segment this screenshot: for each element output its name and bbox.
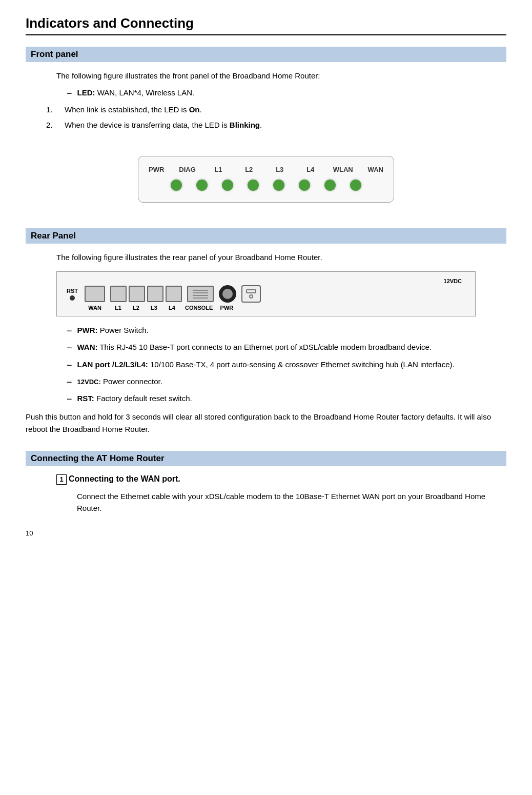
rear-label-l4: L4 <box>169 305 175 311</box>
bullet-pwr: − PWR: Power Switch. <box>67 325 506 337</box>
connecting-section: Connecting the AT Home Router 1Connectin… <box>26 451 506 514</box>
led-l3 <box>273 180 284 191</box>
front-panel-section: Front panel The following figure illustr… <box>26 47 506 213</box>
title-divider <box>26 34 506 35</box>
l4-port <box>166 286 182 302</box>
led-l1 <box>222 180 233 191</box>
item2-num: 2. <box>46 120 56 131</box>
item1-num: 1. <box>46 104 56 116</box>
item2-bold: Blinking <box>230 121 260 129</box>
rear-panel-header: Rear Panel <box>26 228 506 244</box>
rst-dash-bullet: − <box>67 393 72 406</box>
wan-port <box>85 286 105 302</box>
item2-text: When the device is transferring data, th… <box>65 120 262 131</box>
led-l4 <box>299 180 310 191</box>
front-panel-diagram: PWR DIAG L1 L2 L3 L4 WLAN WAN <box>138 156 394 203</box>
l3-port <box>147 286 163 302</box>
led-bullet-dash: − <box>67 87 72 100</box>
rear-label-l2: L2 <box>133 305 139 311</box>
rst-desc: Factory default reset switch. <box>94 394 192 403</box>
rear-panel-section: Rear Panel The following figure illustra… <box>26 228 506 435</box>
power-connector <box>241 285 261 303</box>
item1-text: When link is established, the LED is On. <box>65 104 202 116</box>
rst-text: RST: Factory default reset switch. <box>77 393 192 406</box>
lan-desc: 10/100 Base-TX, 4 port auto-sensing & cr… <box>148 360 455 369</box>
rst-label-top: RST <box>67 288 78 294</box>
pwr-button <box>219 285 236 303</box>
label-wan: WAN <box>367 166 384 173</box>
item1-post: . <box>199 105 201 114</box>
label-wlan: WLAN <box>333 166 353 173</box>
led-label-bold: LED: <box>77 88 95 97</box>
pwr-desc: Power Switch. <box>98 326 149 334</box>
led-label-text: WAN, LAN*4, Wireless LAN. <box>95 88 195 97</box>
step1-text: Connect the Ethernet cable with your xDS… <box>77 491 506 514</box>
lan-dash: − <box>67 359 72 372</box>
label-l1: L1 <box>210 166 227 173</box>
front-panel-intro: The following figure illustrates the fro… <box>56 70 506 82</box>
rst-dot <box>70 295 75 301</box>
item1-bold: On <box>189 105 200 114</box>
step1-number: 1 <box>56 474 67 485</box>
l1-port <box>110 286 127 302</box>
page-title: Indicators and Connecting <box>26 15 506 31</box>
rear-label-l3: L3 <box>151 305 157 311</box>
led-bullet: − LED: WAN, LAN*4, Wireless LAN. <box>67 87 506 100</box>
bullet-lan: − LAN port /L2/L3/L4: 10/100 Base-TX, 4 … <box>67 359 506 372</box>
rear-label-wan: WAN <box>85 305 105 311</box>
led-row <box>171 180 361 191</box>
front-panel-header: Front panel <box>26 47 506 62</box>
rear-label-pwr: PWR <box>218 305 235 311</box>
wan-text: WAN: This RJ-45 10 Base-T port connects … <box>77 342 432 354</box>
lan-ports <box>110 286 182 302</box>
page-number: 10 <box>26 529 506 537</box>
rear-label-console: CONSOLE <box>185 305 213 311</box>
label-diag: DIAG <box>179 166 196 173</box>
l2-port <box>129 286 145 302</box>
led-item-2: 2. When the device is transferring data,… <box>46 120 506 131</box>
bullet-12vdc: − 12VDC: Power connector. <box>67 376 506 389</box>
rst-bold: RST: <box>77 394 94 403</box>
lan-text: LAN port /L2/L3/L4: 10/100 Base-TX, 4 po… <box>77 359 455 372</box>
step1-heading-text: Connecting to the WAN port. <box>69 474 180 483</box>
vdc-desc: Power connector. <box>101 377 162 386</box>
item2-post: . <box>260 121 262 129</box>
wan-desc: This RJ-45 10 Base-T port connects to an… <box>98 343 432 351</box>
led-bullet-text: LED: WAN, LAN*4, Wireless LAN. <box>77 87 195 100</box>
vdc-bold: 12VDC: <box>77 378 101 386</box>
vdc-dash: − <box>67 376 72 389</box>
pwr-text: PWR: Power Switch. <box>77 325 149 337</box>
led-wan <box>350 180 361 191</box>
rear-panel-main-row: RST <box>65 285 467 303</box>
rear-label-l1: L1 <box>115 305 121 311</box>
step1-heading: 1Connecting to the WAN port. <box>56 474 506 485</box>
led-item-1: 1. When link is established, the LED is … <box>46 104 506 116</box>
bullet-wan: − WAN: This RJ-45 10 Base-T port connect… <box>67 342 506 354</box>
rst-note: Push this button and hold for 3 seconds … <box>26 411 506 435</box>
rear-bottom-labels: WAN L1 L2 L3 L4 CONSOLE PWR <box>65 305 467 311</box>
label-l3: L3 <box>272 166 288 173</box>
vdc-text: 12VDC: Power connector. <box>77 376 162 389</box>
label-l4: L4 <box>302 166 319 173</box>
bullet-rst: − RST: Factory default reset switch. <box>67 393 506 406</box>
connecting-header: Connecting the AT Home Router <box>26 451 506 466</box>
led-diag <box>196 180 208 191</box>
led-pwr <box>171 180 182 191</box>
rear-label-ports: L1 L2 L3 L4 <box>110 305 180 311</box>
led-l2 <box>248 180 259 191</box>
wan-dash: − <box>67 342 72 354</box>
panel-label-row: PWR DIAG L1 L2 L3 L4 WLAN WAN <box>148 166 384 173</box>
label-pwr: PWR <box>148 166 165 173</box>
led-wlan <box>324 180 336 191</box>
pwr-dash: − <box>67 325 72 337</box>
wan-bold: WAN: <box>77 343 98 351</box>
rear-panel-diagram: 12VDC RST <box>56 271 476 316</box>
item1-pre: When link is established, the LED is <box>65 105 189 114</box>
pwr-bold: PWR: <box>77 326 98 334</box>
vdc-top-label: 12VDC <box>444 278 462 284</box>
item2-pre: When the device is transferring data, th… <box>65 121 230 129</box>
label-l2: L2 <box>241 166 257 173</box>
console-port <box>187 286 214 302</box>
rear-panel-intro: The following figure illustrates the rea… <box>56 252 506 264</box>
lan-bold: LAN port /L2/L3/L4: <box>77 360 148 369</box>
